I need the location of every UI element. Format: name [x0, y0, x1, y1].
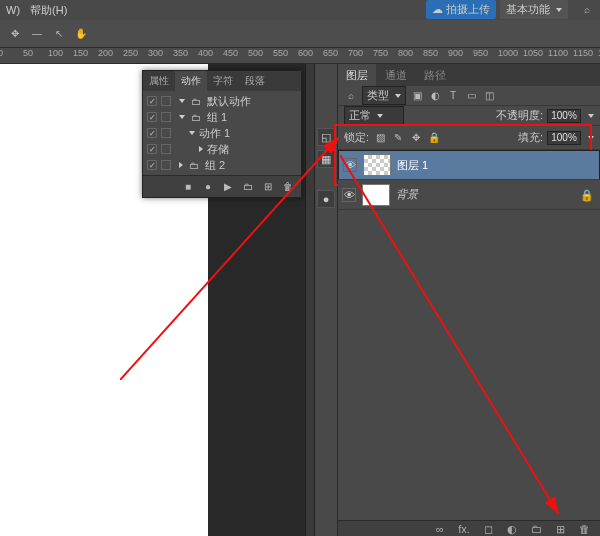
panel-divider[interactable] [305, 64, 315, 536]
dash-icon: — [30, 27, 44, 41]
filter-type-select[interactable]: 类型 [362, 86, 406, 105]
dialog-icon[interactable] [161, 112, 171, 122]
layer-thumbnail[interactable] [363, 154, 391, 176]
filter-image-icon[interactable]: ▣ [410, 89, 424, 103]
fill-input[interactable]: 100% [547, 131, 581, 145]
stop-icon[interactable]: ■ [181, 180, 195, 194]
ruler-tick: 1100 [548, 48, 568, 58]
disclosure-icon[interactable] [179, 115, 185, 119]
ruler-tick: 450 [223, 48, 238, 58]
ruler-tick: 700 [348, 48, 363, 58]
tab-paragraph[interactable]: 段落 [239, 71, 271, 91]
menu-window[interactable]: W) [6, 4, 20, 16]
layer-thumbnail[interactable] [362, 184, 390, 206]
hand-icon[interactable]: ✋ [74, 27, 88, 41]
ruler-tick: 500 [248, 48, 263, 58]
ruler-tick: 300 [148, 48, 163, 58]
filter-adjust-icon[interactable]: ◐ [428, 89, 442, 103]
chevron-down-icon [395, 94, 401, 98]
layer-name[interactable]: 图层 1 [397, 158, 428, 173]
disclosure-icon[interactable] [179, 162, 183, 168]
layers-footer: ∞ fx. ◻ ◐ 🗀 ⊞ 🗑 [338, 520, 600, 536]
action-label: 组 1 [207, 110, 227, 125]
new-action-icon[interactable]: ⊞ [261, 180, 275, 194]
actions-footer: ■ ● ▶ 🗀 ⊞ 🗑 [143, 175, 301, 197]
ruler-tick: 150 [73, 48, 88, 58]
trash-icon[interactable]: 🗑 [576, 521, 592, 536]
panel-tabs: 图层 通道 路径 [338, 64, 600, 86]
action-row[interactable]: ✓ 动作 1 [143, 125, 301, 141]
dialog-icon[interactable] [161, 144, 171, 154]
check-icon[interactable]: ✓ [147, 144, 157, 154]
action-label: 存储 [207, 142, 229, 157]
visibility-icon[interactable]: 👁 [342, 188, 356, 202]
action-label: 默认动作 [207, 94, 251, 109]
layer-row[interactable]: 👁 图层 1 [338, 150, 600, 180]
lock-move-icon[interactable]: ✥ [409, 131, 423, 145]
tab-layers[interactable]: 图层 [338, 64, 376, 87]
cloud-icon: ☁ [432, 3, 443, 16]
check-icon[interactable]: ✓ [147, 96, 157, 106]
swatches-dock-icon[interactable]: ▦ [317, 150, 335, 168]
move-tool-icon[interactable]: ✥ [8, 27, 22, 41]
check-icon[interactable]: ✓ [147, 128, 157, 138]
ruler-tick: 350 [173, 48, 188, 58]
filter-shape-icon[interactable]: ▭ [464, 89, 478, 103]
visibility-icon[interactable]: 👁 [343, 158, 357, 172]
layer-row[interactable]: 👁 背景 🔒 [338, 180, 600, 210]
blend-mode-select[interactable]: 正常 [344, 106, 404, 125]
disclosure-icon[interactable] [199, 146, 203, 152]
action-row[interactable]: ✓ 🗀 默认动作 [143, 93, 301, 109]
action-row[interactable]: ✓ 🗀 组 1 [143, 109, 301, 125]
lock-all-icon[interactable]: 🔒 [427, 131, 441, 145]
link-layers-icon[interactable]: ∞ [432, 521, 448, 536]
tab-actions[interactable]: 动作 [175, 71, 207, 91]
action-row[interactable]: ✓ 🗀 组 2 [143, 157, 301, 173]
tab-channels[interactable]: 通道 [377, 64, 415, 87]
workspace-mode-button[interactable]: 基本功能 [500, 0, 568, 19]
action-label: 动作 1 [199, 126, 230, 141]
check-icon[interactable]: ✓ [147, 160, 157, 170]
dialog-icon[interactable] [161, 96, 171, 106]
chevron-down-icon [556, 8, 562, 12]
lock-transparent-icon[interactable]: ▨ [373, 131, 387, 145]
tab-paths[interactable]: 路径 [416, 64, 454, 87]
horizontal-ruler: 0501001502002503003504004505005506006507… [0, 48, 600, 64]
tab-properties[interactable]: 属性 [143, 71, 175, 91]
filter-icon[interactable]: ⌕ [344, 89, 358, 103]
action-row[interactable]: ✓ 存储 [143, 141, 301, 157]
dialog-icon[interactable] [161, 160, 171, 170]
new-set-icon[interactable]: 🗀 [241, 180, 255, 194]
check-icon[interactable]: ✓ [147, 112, 157, 122]
upload-button[interactable]: ☁ 拍摄上传 [426, 0, 496, 19]
chevron-down-icon [588, 136, 594, 140]
lock-label: 锁定: [344, 130, 369, 145]
trash-icon[interactable]: 🗑 [281, 180, 295, 194]
ruler-tick: 750 [373, 48, 388, 58]
pointer-icon[interactable]: ↖ [52, 27, 66, 41]
mask-icon[interactable]: ◻ [480, 521, 496, 536]
fx-icon[interactable]: fx. [456, 521, 472, 536]
opacity-input[interactable]: 100% [547, 109, 581, 123]
filter-type-icon[interactable]: T [446, 89, 460, 103]
menu-help[interactable]: 帮助(H) [30, 3, 67, 18]
lock-paint-icon[interactable]: ✎ [391, 131, 405, 145]
group-icon[interactable]: 🗀 [528, 521, 544, 536]
record-icon[interactable]: ● [201, 180, 215, 194]
search-icon[interactable]: ⌕ [580, 3, 594, 17]
history-dock-icon[interactable]: ◱ [317, 128, 335, 146]
dialog-icon[interactable] [161, 128, 171, 138]
tab-character[interactable]: 字符 [207, 71, 239, 91]
disclosure-icon[interactable] [189, 131, 195, 135]
ruler-tick: 650 [323, 48, 338, 58]
brush-dock-icon[interactable]: ● [317, 190, 335, 208]
disclosure-icon[interactable] [179, 99, 185, 103]
filter-smart-icon[interactable]: ◫ [482, 89, 496, 103]
layer-name[interactable]: 背景 [396, 187, 418, 202]
new-layer-icon[interactable]: ⊞ [552, 521, 568, 536]
play-icon[interactable]: ▶ [221, 180, 235, 194]
adjustment-icon[interactable]: ◐ [504, 521, 520, 536]
workspace-mode-label: 基本功能 [506, 2, 550, 17]
chevron-down-icon [377, 114, 383, 118]
folder-icon: 🗀 [189, 110, 203, 124]
